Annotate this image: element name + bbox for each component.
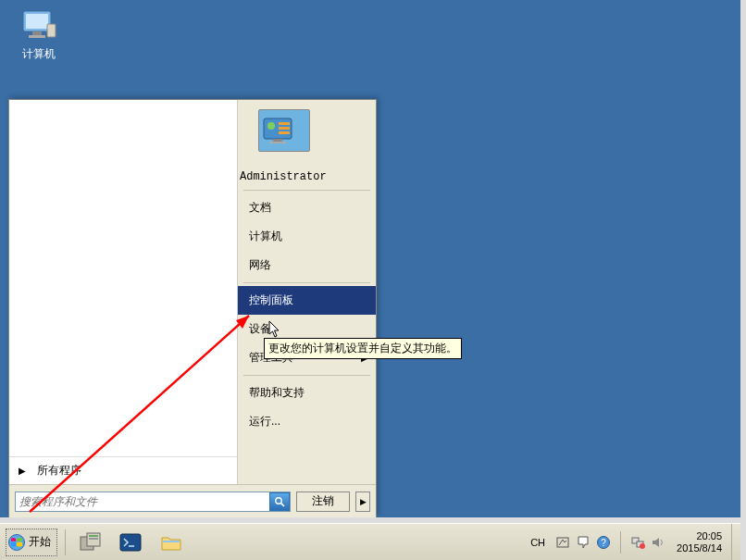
- computer-icon: [19, 7, 58, 44]
- logoff-button[interactable]: 注销: [296, 492, 350, 512]
- start-menu: ▶ 所有程序 Administrator 文档 计算机 网络 控制面板 设备: [8, 99, 377, 517]
- menu-item-label: 文档: [249, 200, 271, 216]
- desktop-icon-computer[interactable]: 计算机: [11, 7, 67, 62]
- language-indicator[interactable]: CH: [526, 534, 550, 551]
- svg-rect-9: [279, 131, 290, 134]
- svg-rect-19: [89, 535, 98, 537]
- menu-item-label: 设备: [249, 321, 271, 337]
- svg-rect-20: [89, 538, 98, 540]
- menu-item-label: 帮助和支持: [249, 385, 305, 401]
- tray-volume-icon[interactable]: [651, 535, 665, 550]
- show-desktop-button[interactable]: [731, 524, 740, 561]
- separator: [243, 190, 370, 191]
- all-programs[interactable]: ▶ 所有程序: [9, 456, 237, 484]
- svg-point-6: [267, 122, 275, 130]
- menu-item-label: 计算机: [249, 229, 282, 244]
- svg-rect-21: [120, 534, 141, 551]
- svg-line-13: [280, 503, 284, 506]
- start-label: 开始: [29, 534, 51, 550]
- desktop-icon-label: 计算机: [11, 46, 67, 62]
- svg-rect-23: [163, 541, 180, 542]
- chevron-right-icon: ▶: [360, 497, 367, 506]
- arrow-right-icon: ▶: [19, 466, 26, 476]
- sidebar-item-control-panel[interactable]: 控制面板: [238, 286, 376, 315]
- scrollbar-corner: [740, 517, 746, 560]
- clock[interactable]: 20:05 2015/8/14: [671, 530, 727, 554]
- search-box[interactable]: [15, 492, 291, 512]
- svg-point-12: [276, 497, 281, 503]
- logoff-label: 注销: [312, 493, 334, 509]
- desktop[interactable]: 计算机 ▶ 所有程序 Administrator 文档 计算机: [0, 0, 740, 517]
- sidebar-item-documents[interactable]: 文档: [238, 193, 376, 222]
- svg-point-29: [640, 543, 645, 549]
- search-button[interactable]: [269, 492, 290, 511]
- clock-time: 20:05: [677, 530, 722, 542]
- tray-shortcut-icon[interactable]: [555, 535, 570, 550]
- search-input[interactable]: [16, 495, 269, 508]
- svg-rect-11: [269, 142, 286, 143]
- tooltip: 更改您的计算机设置并自定义其功能。: [264, 338, 462, 359]
- all-programs-label: 所有程序: [37, 463, 81, 479]
- svg-rect-2: [32, 31, 42, 35]
- svg-rect-3: [29, 35, 45, 38]
- taskbar-server-manager[interactable]: [69, 529, 110, 556]
- menu-item-label: 运行...: [249, 414, 280, 429]
- tray-help-icon[interactable]: ?: [596, 535, 611, 550]
- clock-date: 2015/8/14: [677, 542, 722, 554]
- user-name: Administrator: [238, 165, 376, 187]
- tray-network-icon[interactable]: [630, 535, 645, 550]
- start-menu-right-pane: Administrator 文档 计算机 网络 控制面板 设备 管理工具▶ 帮助…: [238, 100, 376, 484]
- search-icon: [274, 496, 285, 507]
- svg-rect-8: [279, 127, 290, 130]
- separator: [243, 375, 370, 376]
- start-menu-left-pane: ▶ 所有程序: [9, 100, 238, 484]
- user-picture-icon: [258, 109, 310, 152]
- tray-action-center-icon[interactable]: [576, 535, 591, 550]
- menu-item-label: 网络: [249, 257, 271, 273]
- user-tile[interactable]: [238, 100, 376, 165]
- taskbar-powershell[interactable]: [110, 529, 151, 556]
- sidebar-item-help-support[interactable]: 帮助和支持: [238, 379, 376, 407]
- svg-rect-4: [47, 24, 56, 37]
- separator: [243, 282, 370, 283]
- svg-text:?: ?: [601, 538, 606, 548]
- sidebar-item-computer[interactable]: 计算机: [238, 222, 376, 251]
- taskbar-separator: [65, 529, 66, 555]
- windows-logo-icon: [8, 534, 25, 551]
- svg-rect-10: [273, 139, 282, 142]
- sidebar-item-run[interactable]: 运行...: [238, 407, 376, 436]
- system-tray: CH ? 20:05 2015/8/14: [522, 530, 731, 554]
- logoff-options-button[interactable]: ▶: [355, 492, 370, 512]
- svg-rect-1: [26, 14, 48, 29]
- scrollbar-vertical[interactable]: [740, 0, 746, 517]
- tray-separator: [620, 531, 621, 554]
- start-menu-footer: 注销 ▶: [9, 484, 376, 517]
- taskbar: 开始 CH ? 20:05 2015/8/14: [0, 523, 740, 560]
- start-button[interactable]: 开始: [6, 529, 57, 556]
- scrollbar-horizontal[interactable]: [0, 517, 740, 523]
- taskbar-explorer[interactable]: [151, 529, 192, 556]
- menu-item-label: 控制面板: [249, 292, 293, 308]
- sidebar-item-network[interactable]: 网络: [238, 251, 376, 280]
- svg-rect-7: [279, 122, 290, 125]
